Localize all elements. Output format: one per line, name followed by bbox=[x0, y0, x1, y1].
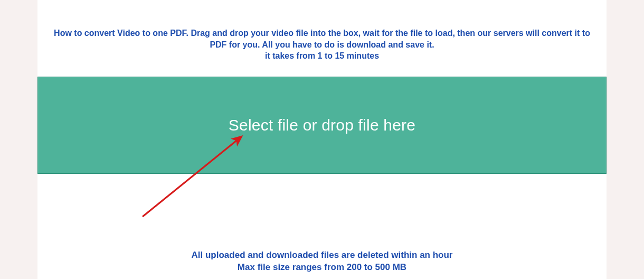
footer-line-2: Max file size ranges from 200 to 500 MB bbox=[37, 262, 607, 274]
page-outer: How to convert Video to one PDF. Drag an… bbox=[0, 0, 644, 279]
footer-block: All uploaded and downloaded files are de… bbox=[37, 249, 607, 274]
content-panel: How to convert Video to one PDF. Drag an… bbox=[37, 0, 607, 279]
dropzone-label: Select file or drop file here bbox=[229, 116, 415, 134]
file-dropzone[interactable]: Select file or drop file here bbox=[37, 77, 607, 174]
instructions-line-2: PDF for you. All you have to do is downl… bbox=[47, 39, 597, 51]
instructions-block: How to convert Video to one PDF. Drag an… bbox=[37, 0, 607, 62]
dropzone-container: Select file or drop file here bbox=[37, 62, 607, 174]
instructions-line-3: it takes from 1 to 15 minutes bbox=[47, 50, 597, 62]
instructions-line-1: How to convert Video to one PDF. Drag an… bbox=[47, 27, 597, 39]
footer-line-1: All uploaded and downloaded files are de… bbox=[37, 249, 607, 262]
